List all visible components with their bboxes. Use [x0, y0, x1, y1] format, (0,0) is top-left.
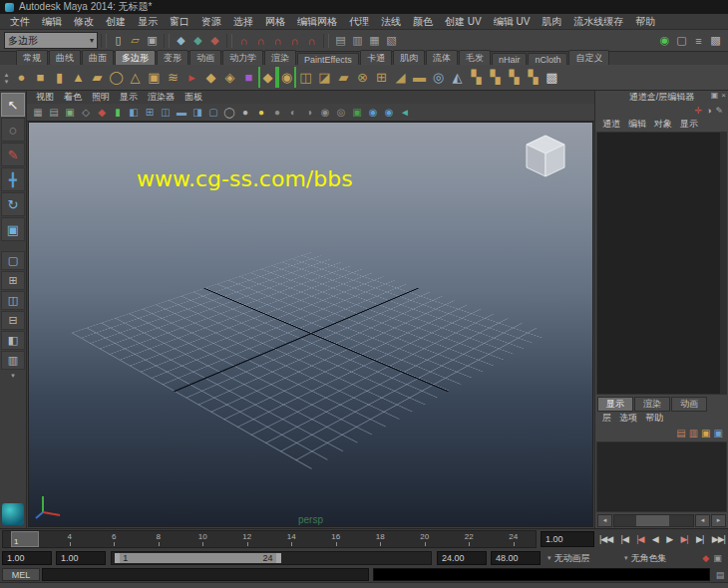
- channel-edit-icon[interactable]: ✎: [715, 106, 723, 116]
- menu-item[interactable]: 流水线缓存: [567, 15, 629, 29]
- render-settings-icon[interactable]: ▧: [383, 32, 400, 49]
- menu-item[interactable]: 法线: [375, 15, 407, 29]
- menu-item[interactable]: 资源: [195, 15, 227, 29]
- scroll-left-button[interactable]: ◂: [597, 514, 612, 527]
- select-object-icon[interactable]: ◆: [189, 32, 206, 49]
- timeline-tick[interactable]: 24: [492, 531, 537, 547]
- vp-textured-icon[interactable]: ●: [269, 105, 285, 120]
- shelf-menu-button[interactable]: ▾: [5, 78, 9, 85]
- four-pane-layout-button[interactable]: ⊞: [1, 271, 25, 290]
- shelf-tab[interactable]: 自定义: [568, 50, 609, 65]
- menu-item[interactable]: 创建: [100, 15, 132, 29]
- menu-item[interactable]: 颜色: [407, 15, 439, 29]
- range-slider-bar[interactable]: 1 24: [115, 553, 280, 563]
- bridge-icon[interactable]: ▬: [410, 67, 429, 88]
- layer-editor-menu-item[interactable]: 选项: [615, 412, 641, 425]
- input-connections-icon[interactable]: ▤: [332, 32, 349, 49]
- vp-exposure-icon[interactable]: ◉: [365, 105, 381, 120]
- highlight-selection-mode-icon[interactable]: ◉: [656, 32, 673, 49]
- layer-editor-tab[interactable]: 显示: [597, 397, 633, 412]
- snap-to-view-plane-icon[interactable]: ∩: [303, 32, 320, 49]
- poly-text-icon[interactable]: ◆: [201, 67, 220, 88]
- shelf-tab[interactable]: nHair: [492, 53, 528, 65]
- select-component-icon[interactable]: ◆: [206, 32, 223, 49]
- poly-cone-icon[interactable]: ▲: [69, 67, 88, 88]
- character-set-dropdown[interactable]: ▾ 无角色集: [619, 549, 696, 567]
- channel-box-scrollbar[interactable]: [720, 133, 726, 394]
- channel-box-menu-item[interactable]: 编辑: [624, 118, 650, 131]
- move-tool-button[interactable]: ╋: [1, 167, 25, 191]
- snap-to-point-icon[interactable]: ∩: [269, 32, 286, 49]
- menu-item[interactable]: 肌肉: [536, 15, 567, 29]
- new-layer-from-selected-icon[interactable]: ▣: [714, 428, 723, 439]
- automatic-mapping-icon[interactable]: ▚: [524, 67, 543, 88]
- step-forward-key-button[interactable]: ▶|: [680, 534, 687, 544]
- vp-gate-mask-icon[interactable]: ◨: [189, 105, 205, 120]
- timeline-tick[interactable]: 14: [269, 531, 314, 547]
- outliner-persp-layout-button[interactable]: ◧: [1, 331, 25, 350]
- panel-menu-item[interactable]: 视图: [31, 91, 59, 104]
- layer-editor-menu-item[interactable]: 层: [598, 412, 615, 425]
- layer-editor-tab[interactable]: 动画: [671, 397, 707, 412]
- vp-all-lights-icon[interactable]: ◐: [285, 105, 301, 120]
- current-frame-marker[interactable]: 1: [11, 531, 39, 547]
- open-scene-icon[interactable]: ▱: [127, 32, 144, 49]
- vp-safe-action-icon[interactable]: ▢: [205, 105, 221, 120]
- shelf-tab[interactable]: 动力学: [222, 50, 263, 65]
- channel-box-list[interactable]: [596, 132, 727, 395]
- timeline-tick[interactable]: 16: [314, 531, 359, 547]
- construction-history-icon[interactable]: ▦: [366, 32, 383, 49]
- vp-isolate-select-icon[interactable]: ▮: [110, 105, 126, 120]
- vp-default-lighting-icon[interactable]: ●: [253, 105, 269, 120]
- target-weld-icon[interactable]: ◎: [429, 67, 448, 88]
- vp-2d-pan-zoom-icon[interactable]: ◇: [78, 105, 94, 120]
- bevel-icon[interactable]: ◢: [391, 67, 410, 88]
- snap-to-grid-icon[interactable]: ∩: [235, 32, 252, 49]
- animation-preferences-icon[interactable]: ▣: [713, 553, 722, 563]
- time-slider[interactable]: 24681012141618202224 1: [2, 530, 537, 548]
- scale-tool-button[interactable]: ▣: [1, 217, 25, 241]
- sculpt-tool-icon[interactable]: ◭: [448, 67, 467, 88]
- tool-settings-toggle-icon[interactable]: ▢: [673, 32, 690, 49]
- vp-plugin-shading-icon[interactable]: ▣: [349, 105, 365, 120]
- timeline-tick[interactable]: 12: [225, 531, 270, 547]
- vp-ambient-occlusion-icon[interactable]: ◉: [317, 105, 333, 120]
- vp-field-chart-icon[interactable]: ◧: [126, 105, 142, 120]
- poly-pyramid-icon[interactable]: △: [126, 67, 145, 88]
- menu-item[interactable]: 编辑: [36, 15, 68, 29]
- shelf-tab[interactable]: 变形: [157, 50, 188, 65]
- script-editor-button[interactable]: ▤: [712, 567, 728, 582]
- panel-menu-item[interactable]: 面板: [180, 91, 207, 104]
- two-pane-stacked-layout-button[interactable]: ⊟: [1, 311, 25, 330]
- cylindrical-mapping-icon[interactable]: ▚: [486, 67, 505, 88]
- layer-select-icon[interactable]: ▥: [689, 428, 698, 439]
- command-line-output[interactable]: [373, 568, 710, 581]
- menu-set-selector[interactable]: 多边形 ▾: [4, 32, 98, 49]
- output-connections-icon[interactable]: ▥: [349, 32, 366, 49]
- save-scene-icon[interactable]: ▣: [144, 32, 161, 49]
- command-line-input[interactable]: [42, 568, 369, 581]
- playback-end-field[interactable]: 24.00: [437, 551, 487, 565]
- dock-panel-icon[interactable]: ▣: [711, 91, 719, 100]
- panel-menu-item[interactable]: 显示: [115, 91, 143, 104]
- shelf-tab[interactable]: 肌肉: [393, 50, 425, 65]
- vp-grid-toggle-icon[interactable]: ⊞: [142, 105, 158, 120]
- play-backwards-button[interactable]: ◀: [652, 534, 658, 544]
- menu-item[interactable]: 网格: [259, 15, 291, 29]
- layer-list[interactable]: [596, 441, 727, 512]
- poly-pipe-icon[interactable]: ▣: [145, 67, 164, 88]
- scroll-right-button[interactable]: ▸: [711, 514, 726, 527]
- extrude-icon[interactable]: ⊞: [372, 67, 391, 88]
- animation-end-field[interactable]: 48.00: [491, 551, 541, 565]
- vp-image-plane-icon[interactable]: ▣: [62, 105, 78, 120]
- hypershade-persp-layout-button[interactable]: ▥: [1, 351, 25, 370]
- vp-motion-blur-icon[interactable]: ◎: [333, 105, 349, 120]
- menu-item[interactable]: 代理: [343, 15, 375, 29]
- menu-item[interactable]: 修改: [68, 15, 100, 29]
- poly-cube-icon[interactable]: ■: [31, 67, 50, 88]
- vp-grease-pencil-icon[interactable]: ◆: [94, 105, 110, 120]
- create-polygon-tool-icon[interactable]: ▸: [182, 67, 201, 88]
- shelf-tab[interactable]: 渲染: [264, 50, 296, 65]
- separate-icon[interactable]: ◪: [315, 67, 334, 88]
- spherical-mapping-icon[interactable]: ▚: [505, 67, 524, 88]
